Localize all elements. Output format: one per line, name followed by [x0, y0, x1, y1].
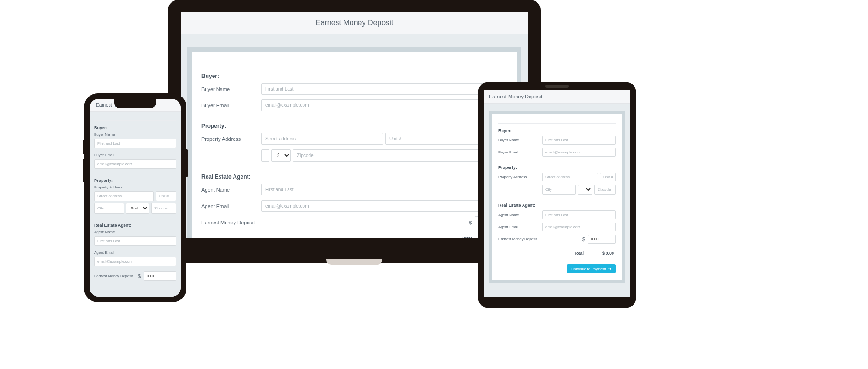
agent-name-input[interactable] [261, 184, 507, 195]
deposit-input[interactable] [588, 235, 616, 244]
phone-bezel: Earnest Money Deposit Buyer: Buyer Name … [84, 93, 186, 302]
arrow-right-icon: ➔ [608, 266, 612, 271]
buyer-name-label: Buyer Name [94, 132, 176, 137]
tablet-device-frame: Earnest Money Deposit Buyer: Buyer Name … [478, 82, 636, 308]
city-input[interactable] [94, 203, 124, 214]
buyer-name-input[interactable] [261, 83, 507, 95]
section-agent-title: Real Estate Agent: [201, 167, 507, 180]
total-label: Total [574, 251, 584, 256]
phone-screen: Earnest Money Deposit Buyer: Buyer Name … [90, 99, 181, 297]
continue-button-label: Continue to Payment [571, 267, 606, 271]
property-address-label: Property Address [498, 175, 538, 179]
city-input[interactable] [261, 149, 269, 162]
agent-name-label: Agent Name [94, 230, 176, 234]
agent-email-input[interactable] [542, 223, 616, 231]
zip-input[interactable] [293, 149, 507, 162]
zip-input[interactable] [594, 185, 616, 195]
app-body: Buyer: Buyer Name Buyer Email Property: … [90, 112, 181, 297]
total-label: Total [461, 236, 472, 238]
agent-email-input[interactable] [94, 257, 176, 266]
agent-email-input[interactable] [261, 200, 507, 212]
agent-name-label: Agent Name [201, 187, 256, 193]
phone-device-frame: Earnest Money Deposit Buyer: Buyer Name … [84, 93, 186, 302]
property-address-label: Property Address [94, 185, 176, 189]
property-address-row: Property Address [201, 133, 507, 145]
page-title: Earnest Money Deposit [484, 90, 630, 104]
agent-email-label: Agent Email [201, 203, 256, 209]
agent-email-label: Agent Email [498, 225, 538, 229]
app-body: Buyer: Buyer Name Buyer Email Property: … [484, 104, 630, 297]
section-buyer-title: Buyer: [498, 123, 616, 133]
state-select[interactable]: State [126, 203, 149, 214]
total-row: Total $ 0.00 [201, 236, 507, 238]
agent-email-label: Agent Email [94, 251, 176, 255]
buyer-email-input[interactable] [542, 148, 616, 157]
section-buyer-title: Buyer: [201, 66, 507, 79]
agent-name-row: Agent Name [201, 184, 507, 195]
phone-side-button [186, 149, 188, 177]
unit-input[interactable] [156, 191, 176, 201]
unit-input[interactable] [600, 173, 616, 181]
buyer-name-input[interactable] [94, 139, 176, 148]
zip-input[interactable] [151, 203, 176, 214]
continue-button[interactable]: Continue to Payment➔ [567, 264, 616, 273]
buyer-name-label: Buyer Name [201, 86, 256, 92]
state-select[interactable]: St [578, 185, 592, 195]
property-address-label: Property Address [201, 136, 256, 142]
agent-name-label: Agent Name [498, 213, 538, 217]
section-buyer-title: Buyer: [94, 120, 176, 130]
section-property-title: Property: [498, 160, 616, 170]
buyer-email-label: Buyer Email [498, 150, 538, 154]
street-input[interactable] [542, 173, 598, 181]
buyer-email-row: Buyer Email [201, 99, 507, 111]
agent-name-input[interactable] [542, 210, 616, 219]
app-body: Buyer: Buyer Name Buyer Email Property: … [181, 34, 528, 238]
buyer-email-input[interactable] [94, 159, 176, 169]
section-property-title: Property: [201, 116, 507, 129]
buyer-name-row: Buyer Name [201, 83, 507, 95]
deposit-label: Earnest Money Deposit [94, 274, 136, 278]
tablet-camera [545, 85, 569, 88]
deposit-label: Earnest Money Deposit [201, 220, 464, 225]
phone-notch [114, 99, 156, 108]
form-card: Buyer: Buyer Name Buyer Email Property: … [92, 120, 178, 281]
street-input[interactable] [94, 191, 154, 201]
form-card: Buyer: Buyer Name Buyer Email Property: … [187, 47, 521, 238]
section-property-title: Property: [94, 174, 176, 183]
tablet-bezel: Earnest Money Deposit Buyer: Buyer Name … [478, 82, 636, 308]
deposit-row: Earnest Money Deposit $ [201, 216, 507, 228]
state-select[interactable]: Sta [271, 149, 291, 162]
buyer-name-label: Buyer Name [498, 138, 538, 142]
agent-name-input[interactable] [94, 236, 176, 246]
city-input[interactable] [542, 185, 576, 195]
deposit-label: Earnest Money Deposit [498, 237, 579, 241]
total-value: $ 0.00 [602, 251, 614, 256]
property-address-row-2: Sta [201, 149, 507, 162]
currency-symbol: $ [582, 237, 585, 242]
form-card: Buyer: Buyer Name Buyer Email Property: … [489, 111, 625, 283]
buyer-email-label: Buyer Email [201, 103, 256, 108]
deposit-input[interactable] [144, 271, 176, 281]
agent-email-row: Agent Email [201, 200, 507, 212]
section-agent-title: Real Estate Agent: [498, 198, 616, 208]
buyer-email-label: Buyer Email [94, 153, 176, 157]
street-input[interactable] [261, 133, 383, 145]
tablet-screen: Earnest Money Deposit Buyer: Buyer Name … [484, 90, 630, 297]
section-agent-title: Real Estate Agent: [94, 218, 176, 228]
buyer-email-input[interactable] [261, 99, 507, 111]
page-title: Earnest Money Deposit [181, 12, 528, 34]
laptop-notch [326, 259, 382, 265]
currency-symbol: $ [469, 220, 472, 225]
laptop-screen: Earnest Money Deposit Buyer: Buyer Name … [181, 12, 528, 238]
currency-symbol: $ [138, 273, 141, 279]
buyer-name-input[interactable] [542, 136, 616, 145]
